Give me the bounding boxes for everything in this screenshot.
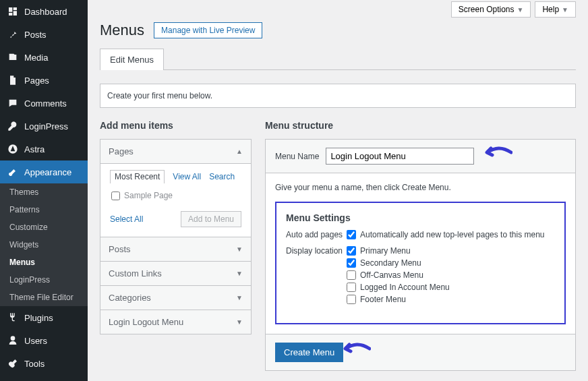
accordion-toggle[interactable]: Login Logout Menu▼ xyxy=(100,310,251,334)
admin-sidebar: DashboardPostsMediaPagesCommentsLoginPre… xyxy=(0,0,88,381)
sidebar-item-label: Tools xyxy=(24,359,45,369)
main-content: Screen Options▼ Help▼ Menus Manage with … xyxy=(88,0,588,381)
sidebar-item-pages[interactable]: Pages xyxy=(0,69,88,92)
plugin-icon xyxy=(7,312,19,324)
sidebar-item-users[interactable]: Users xyxy=(0,329,88,352)
annotation-arrow-icon xyxy=(481,145,512,160)
help-button[interactable]: Help▼ xyxy=(535,1,576,18)
menu-panel: Menu Name Give your menu a name, then cl… xyxy=(265,139,576,371)
sidebar-item-settings[interactable]: Settings xyxy=(0,375,88,381)
subtab-search[interactable]: Search xyxy=(209,172,235,181)
tools-icon xyxy=(7,357,19,370)
page-title: Menus xyxy=(100,22,144,39)
accordion-toggle[interactable]: Posts▼ xyxy=(100,237,251,261)
sidebar-item-comments[interactable]: Comments xyxy=(0,92,88,115)
hint-text: Give your menu a name, then click Create… xyxy=(275,183,566,192)
sidebar-subitem-theme-file-editor[interactable]: Theme File Editor xyxy=(0,289,88,306)
user-icon xyxy=(7,334,19,347)
subtab-view-all[interactable]: View All xyxy=(173,172,201,181)
live-preview-button[interactable]: Manage with Live Preview xyxy=(154,22,262,38)
accordion-categories: Categories▼ xyxy=(100,285,252,310)
pin-icon xyxy=(7,28,19,40)
menu-structure-heading: Menu structure xyxy=(265,120,576,131)
sidebar-subitem-menus[interactable]: Menus xyxy=(0,254,88,271)
sidebar-item-dashboard[interactable]: Dashboard xyxy=(0,0,88,23)
sidebar-item-label: LoginPress xyxy=(24,121,68,131)
sidebar-item-label: Media xyxy=(24,53,48,63)
menu-settings-title: Menu Settings xyxy=(286,212,555,223)
select-all-link[interactable]: Select All xyxy=(110,214,143,224)
key-icon xyxy=(7,120,19,132)
location-secondary-menu[interactable]: Secondary Menu xyxy=(347,258,555,268)
menu-settings-box: Menu Settings Auto add pages Automatical… xyxy=(275,202,566,324)
accordion-pages: Pages▲Most RecentView AllSearchSample Pa… xyxy=(100,139,252,237)
subtab-most-recent[interactable]: Most Recent xyxy=(110,170,165,183)
create-menu-button[interactable]: Create Menu xyxy=(275,343,343,362)
location-off-canvas-menu[interactable]: Off-Canvas Menu xyxy=(347,270,555,280)
add-to-menu-button[interactable]: Add to Menu xyxy=(181,211,241,227)
sidebar-item-label: Dashboard xyxy=(24,7,67,17)
display-location-label: Display location xyxy=(286,246,347,307)
chevron-down-icon: ▼ xyxy=(236,245,243,253)
sidebar-item-media[interactable]: Media xyxy=(0,46,88,69)
tabs: Edit Menus xyxy=(100,49,576,70)
accordion-custom-links: Custom Links▼ xyxy=(100,261,252,286)
annotation-arrow-icon xyxy=(340,341,371,356)
page-option[interactable]: Sample Page xyxy=(103,187,248,204)
auto-add-label: Auto add pages xyxy=(286,230,347,242)
sidebar-item-loginpress[interactable]: LoginPress xyxy=(0,115,88,138)
brush-icon xyxy=(7,166,19,178)
location-primary-menu[interactable]: Primary Menu xyxy=(347,246,555,256)
sidebar-subitem-loginpress[interactable]: LoginPress xyxy=(0,271,88,289)
notice: Create your first menu below. xyxy=(100,84,576,108)
media-icon xyxy=(7,51,19,63)
tab-edit-menus[interactable]: Edit Menus xyxy=(100,49,164,70)
sidebar-subitem-widgets[interactable]: Widgets xyxy=(0,236,88,254)
sidebar-item-astra[interactable]: Astra xyxy=(0,138,88,160)
accordion-posts: Posts▼ xyxy=(100,237,252,262)
sidebar-item-tools[interactable]: Tools xyxy=(0,352,88,375)
chevron-down-icon: ▼ xyxy=(236,318,243,326)
chevron-down-icon: ▼ xyxy=(236,294,243,301)
sidebar-item-label: Plugins xyxy=(24,313,53,323)
location-logged-in-account-menu[interactable]: Logged In Account Menu xyxy=(347,283,555,292)
location-footer-menu[interactable]: Footer Menu xyxy=(347,295,555,304)
add-items-heading: Add menu items xyxy=(100,120,252,131)
page-icon xyxy=(7,74,19,86)
sidebar-item-label: Appearance xyxy=(24,167,71,177)
sidebar-item-plugins[interactable]: Plugins xyxy=(0,306,88,329)
sidebar-item-label: Comments xyxy=(24,98,67,109)
chevron-down-icon: ▼ xyxy=(236,270,243,277)
sidebar-item-label: Pages xyxy=(24,76,49,86)
sidebar-item-label: Users xyxy=(24,336,47,346)
dashboard-icon xyxy=(7,5,19,18)
sidebar-item-label: Astra xyxy=(24,144,45,154)
accordion-toggle[interactable]: Pages▲ xyxy=(100,140,251,163)
sidebar-subitem-customize[interactable]: Customize xyxy=(0,218,88,236)
accordion-toggle[interactable]: Categories▼ xyxy=(100,286,251,310)
chevron-up-icon: ▲ xyxy=(236,148,243,155)
astra-icon xyxy=(7,143,19,155)
comment-icon xyxy=(7,97,19,109)
sidebar-item-label: Posts xyxy=(24,30,47,40)
sidebar-item-appearance[interactable]: Appearance xyxy=(0,160,88,183)
sidebar-subitem-themes[interactable]: Themes xyxy=(0,183,88,201)
screen-options-button[interactable]: Screen Options▼ xyxy=(451,1,531,18)
chevron-down-icon: ▼ xyxy=(517,6,524,13)
menu-name-input[interactable] xyxy=(326,148,474,165)
sidebar-item-posts[interactable]: Posts xyxy=(0,23,88,46)
sidebar-subitem-patterns[interactable]: Patterns xyxy=(0,201,88,218)
chevron-down-icon: ▼ xyxy=(562,6,568,13)
accordion-toggle[interactable]: Custom Links▼ xyxy=(100,262,251,285)
accordion-login-logout-menu: Login Logout Menu▼ xyxy=(100,310,252,334)
auto-add-option[interactable]: Automatically add new top-level pages to… xyxy=(347,230,555,239)
menu-name-label: Menu Name xyxy=(275,152,319,161)
